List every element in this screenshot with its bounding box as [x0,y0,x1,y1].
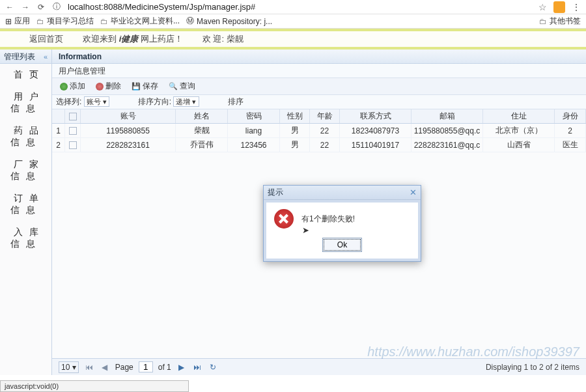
table-header: 账号姓名密码性别年龄联系方式邮箱住址身份 [52,109,586,124]
delete-button[interactable]: 删除 [92,80,125,92]
select-all-checkbox[interactable] [69,113,77,120]
dialog-message: 有1个删除失败! [301,214,355,225]
back-icon[interactable]: ← [5,3,14,12]
sort-button[interactable]: 排序 [228,96,244,107]
star-icon[interactable]: ☆ [538,2,547,12]
page-size-select[interactable]: 10 ▾ [59,361,79,373]
apps-bookmark[interactable]: ⊞ 应用 [5,16,30,27]
row-checkbox[interactable] [69,141,77,149]
panel-title: Information [52,49,586,64]
page-of: of 1 [158,363,171,372]
page-input[interactable] [139,361,153,372]
sidebar-item-orders[interactable]: 订单信息 [0,188,51,221]
sidebar-item-stock[interactable]: 入库信息 [0,221,51,255]
sidebar-item-home[interactable]: 首页 [0,64,51,86]
collapse-icon[interactable]: « [44,49,48,64]
extension-icon[interactable] [553,1,565,13]
add-button[interactable]: 添加 [56,80,89,92]
refresh-icon[interactable]: ↻ [208,362,218,372]
sidebar-item-vendors[interactable]: 厂家信息 [0,154,51,188]
last-page-icon[interactable]: ⏭ [192,362,202,372]
sidebar-title: 管理列表 « [0,49,51,64]
table-row[interactable]: 2 2282823161乔晋伟123456男221511040191722828… [52,138,586,152]
sort-dropdown[interactable]: 递增 ▾ [173,96,199,107]
other-bookmarks[interactable]: 🗀其他书签 [539,16,581,27]
select-col-dropdown[interactable]: 账号 ▾ [84,96,109,107]
sidebar-item-users[interactable]: 用户信息 [0,86,51,120]
pager-info: Displaying 1 to 2 of 2 items [486,363,579,372]
menu-icon[interactable]: ⋮ [572,2,581,12]
panel-subtitle: 用户信息管理 [52,64,586,78]
first-page-icon[interactable]: ⏮ [84,362,94,372]
page-label: Page [115,363,133,372]
select-col: 选择列: 账号 ▾ [56,96,109,107]
reload-icon[interactable]: ⟳ [36,3,46,12]
user-label: 欢 迎: 柴靓 [202,33,244,45]
welcome-text: 欢迎来到 i健康 网上药店！ [83,33,183,45]
status-bar: javascript:void(0) [0,380,189,392]
prev-page-icon[interactable]: ◀ [100,362,110,372]
sort-dir: 排序方向: 递增 ▾ [138,96,199,107]
back-home-link[interactable]: 返回首页 [29,33,63,45]
url-bar[interactable]: localhost:8088/MedicineSystem/Jsp/manage… [68,2,532,12]
table-row[interactable]: 1 1195880855柴靓liang男22182340879731195880… [52,124,586,138]
bookmark-folder-1[interactable]: 🗀项目学习总结 [36,16,94,27]
save-button[interactable]: 保存 [128,80,162,92]
error-icon [274,209,294,229]
bookmark-maven[interactable]: Ⓜ Maven Repository: j... [186,16,272,27]
forward-icon[interactable]: → [21,3,30,12]
alert-dialog: 提示 ✕ 有1个删除失败! Ok [263,185,421,262]
ok-button[interactable]: Ok [322,238,362,252]
bookmark-folder-2[interactable]: 🗀毕业论文网上资料... [100,16,180,27]
close-icon[interactable]: ✕ [410,188,417,197]
info-icon: ⓘ [52,3,61,12]
next-page-icon[interactable]: ▶ [176,362,187,372]
search-button[interactable]: 查询 [165,80,199,92]
dialog-title: 提示 [268,187,283,198]
sidebar-item-drugs[interactable]: 药品信息 [0,120,51,154]
row-checkbox[interactable] [69,127,77,135]
